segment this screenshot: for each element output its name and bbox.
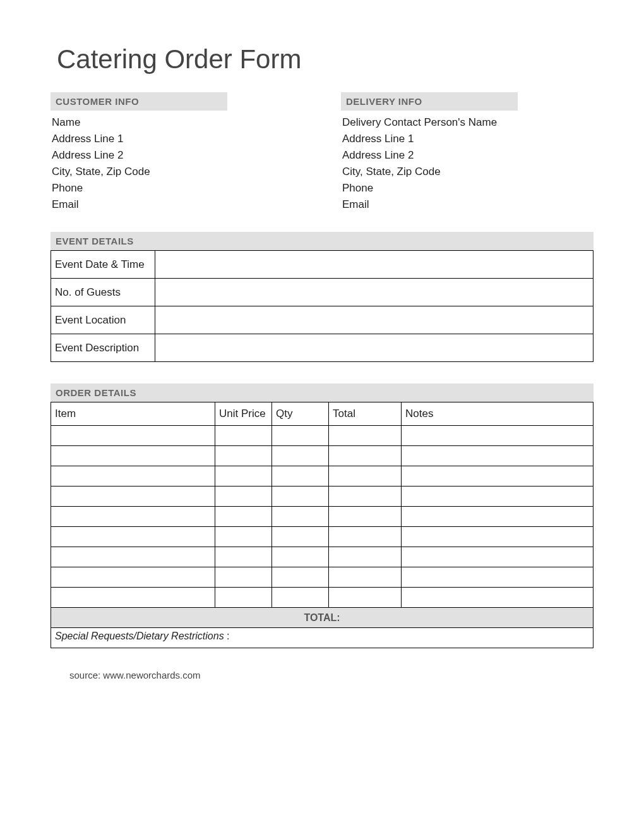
order-details-header: ORDER DETAILS <box>51 384 593 402</box>
customer-field: Name <box>52 114 303 131</box>
order-notes[interactable] <box>402 567 593 588</box>
order-unit-price[interactable] <box>215 527 272 547</box>
order-qty[interactable] <box>272 466 329 486</box>
customer-info-section: CUSTOMER INFO Name Address Line 1 Addres… <box>51 92 303 213</box>
order-notes[interactable] <box>402 547 593 567</box>
event-label: Event Description <box>51 334 155 362</box>
customer-field: Phone <box>52 180 303 196</box>
order-total[interactable] <box>329 527 402 547</box>
order-total[interactable] <box>329 426 402 446</box>
order-unit-price[interactable] <box>215 486 272 507</box>
special-requests-label: Special Requests/Dietary Restrictions <box>55 631 224 641</box>
delivery-field: City, State, Zip Code <box>342 164 593 180</box>
event-value[interactable] <box>155 279 593 306</box>
event-row: No. of Guests <box>51 279 593 306</box>
customer-info-header: CUSTOMER INFO <box>51 92 227 111</box>
order-qty[interactable] <box>272 547 329 567</box>
event-row: Event Description <box>51 334 593 362</box>
order-item[interactable] <box>51 507 215 527</box>
customer-field: Address Line 2 <box>52 147 303 164</box>
order-item[interactable] <box>51 486 215 507</box>
order-unit-price[interactable] <box>215 507 272 527</box>
order-item[interactable] <box>51 588 215 608</box>
order-total[interactable] <box>329 486 402 507</box>
event-details-section: EVENT DETAILS Event Date & Time No. of G… <box>51 232 593 362</box>
order-item[interactable] <box>51 527 215 547</box>
order-qty[interactable] <box>272 588 329 608</box>
order-row <box>51 446 593 466</box>
order-total-row: TOTAL: <box>51 608 593 628</box>
customer-field: Address Line 1 <box>52 131 303 147</box>
delivery-info-section: DELIVERY INFO Delivery Contact Person's … <box>341 92 593 213</box>
order-unit-price[interactable] <box>215 547 272 567</box>
order-total[interactable] <box>329 547 402 567</box>
order-qty[interactable] <box>272 426 329 446</box>
order-notes[interactable] <box>402 486 593 507</box>
order-row <box>51 527 593 547</box>
order-unit-price[interactable] <box>215 426 272 446</box>
order-item[interactable] <box>51 446 215 466</box>
special-requests-suffix: : <box>224 631 230 641</box>
order-details-section: ORDER DETAILS Item Unit Price Qty Total … <box>51 384 593 648</box>
order-total[interactable] <box>329 507 402 527</box>
order-qty[interactable] <box>272 527 329 547</box>
order-row <box>51 547 593 567</box>
col-item: Item <box>51 402 215 426</box>
special-requests-row: Special Requests/Dietary Restrictions : <box>51 628 593 648</box>
order-item[interactable] <box>51 466 215 486</box>
order-row <box>51 486 593 507</box>
col-unit-price: Unit Price <box>215 402 272 426</box>
customer-field: City, State, Zip Code <box>52 164 303 180</box>
col-notes: Notes <box>402 402 593 426</box>
order-item[interactable] <box>51 547 215 567</box>
delivery-field: Email <box>342 196 593 213</box>
source-text: source: www.neworchards.com <box>69 670 593 680</box>
order-row <box>51 466 593 486</box>
order-qty[interactable] <box>272 507 329 527</box>
order-total[interactable] <box>329 567 402 588</box>
order-unit-price[interactable] <box>215 466 272 486</box>
order-unit-price[interactable] <box>215 446 272 466</box>
event-label: Event Location <box>51 306 155 334</box>
customer-field: Email <box>52 196 303 213</box>
order-notes[interactable] <box>402 466 593 486</box>
order-qty[interactable] <box>272 567 329 588</box>
order-notes[interactable] <box>402 527 593 547</box>
delivery-field: Address Line 2 <box>342 147 593 164</box>
order-total[interactable] <box>329 588 402 608</box>
order-row <box>51 588 593 608</box>
order-notes[interactable] <box>402 446 593 466</box>
order-total[interactable] <box>329 446 402 466</box>
order-total[interactable] <box>329 466 402 486</box>
order-qty[interactable] <box>272 486 329 507</box>
delivery-info-header: DELIVERY INFO <box>341 92 518 111</box>
order-item[interactable] <box>51 426 215 446</box>
page-title: Catering Order Form <box>57 44 593 75</box>
order-notes[interactable] <box>402 507 593 527</box>
col-total: Total <box>329 402 402 426</box>
order-unit-price[interactable] <box>215 567 272 588</box>
order-row <box>51 426 593 446</box>
event-value[interactable] <box>155 306 593 334</box>
order-notes[interactable] <box>402 426 593 446</box>
event-details-header: EVENT DETAILS <box>51 232 593 250</box>
order-row <box>51 507 593 527</box>
order-total-label: TOTAL: <box>51 608 593 628</box>
order-item[interactable] <box>51 567 215 588</box>
delivery-field: Phone <box>342 180 593 196</box>
event-row: Event Date & Time <box>51 251 593 279</box>
col-qty: Qty <box>272 402 329 426</box>
order-notes[interactable] <box>402 588 593 608</box>
order-unit-price[interactable] <box>215 588 272 608</box>
event-label: No. of Guests <box>51 279 155 306</box>
event-value[interactable] <box>155 251 593 279</box>
event-row: Event Location <box>51 306 593 334</box>
delivery-field: Delivery Contact Person's Name <box>342 114 593 131</box>
order-header-row: Item Unit Price Qty Total Notes <box>51 402 593 426</box>
special-requests-cell[interactable]: Special Requests/Dietary Restrictions : <box>51 628 593 648</box>
delivery-field: Address Line 1 <box>342 131 593 147</box>
order-row <box>51 567 593 588</box>
event-label: Event Date & Time <box>51 251 155 279</box>
event-value[interactable] <box>155 334 593 362</box>
order-qty[interactable] <box>272 446 329 466</box>
